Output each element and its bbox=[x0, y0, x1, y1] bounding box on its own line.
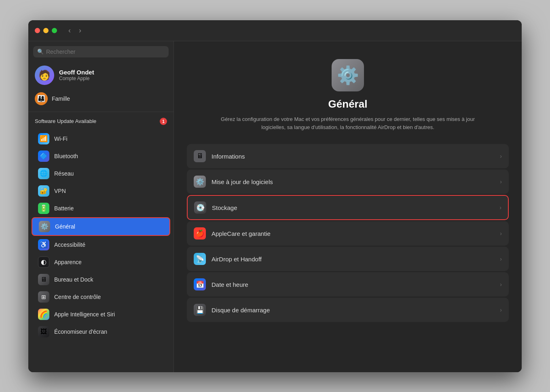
chevron-informations-icon: › bbox=[500, 153, 502, 159]
sidebar-group-network: 📶 Wi-Fi 🔷 Bluetooth 🌐 Réseau 🔐 VPN 🔋 bbox=[28, 130, 173, 341]
settings-item-applecare[interactable]: 🍎 AppleCare et garantie › bbox=[187, 221, 509, 246]
hero-icon-glyph: ⚙️ bbox=[337, 65, 359, 86]
sidebar-item-label-centre: Centre de contrôle bbox=[54, 294, 101, 300]
divider-1 bbox=[28, 112, 173, 112]
hero-section: ⚙️ Général Gérez la configuration de vot… bbox=[187, 51, 509, 144]
bluetooth-icon: 🔷 bbox=[38, 150, 49, 162]
sidebar-item-accessibilite[interactable]: ♿ Accessibilité bbox=[32, 236, 170, 253]
back-button[interactable]: ‹ bbox=[65, 25, 74, 36]
profile-sub: Compte Apple bbox=[59, 76, 94, 81]
settings-item-label-stockage: Stockage bbox=[212, 204, 494, 211]
settings-item-stockage[interactable]: 💽 Stockage › bbox=[187, 195, 509, 220]
centre-icon: ⊞ bbox=[38, 291, 49, 303]
sidebar-item-label-bureau: Bureau et Dock bbox=[54, 276, 93, 283]
search-input[interactable] bbox=[46, 49, 165, 55]
siri-icon: 🌈 bbox=[38, 309, 49, 320]
hero-title: Général bbox=[328, 98, 368, 110]
bureau-icon: 🖥 bbox=[38, 274, 49, 285]
chevron-date-icon: › bbox=[500, 281, 502, 288]
sidebar-item-label-wifi: Wi-Fi bbox=[54, 136, 68, 142]
sidebar: 🔍 🧑 Geoff Ondet Compte Apple 👨‍👩‍👦 Famil bbox=[28, 41, 174, 372]
stockage-icon: 💽 bbox=[194, 201, 206, 214]
search-bar[interactable]: 🔍 bbox=[33, 46, 169, 57]
vpn-icon: 🔐 bbox=[38, 185, 49, 197]
airdrop-icon: 📡 bbox=[194, 253, 206, 265]
sidebar-item-centre[interactable]: ⊞ Centre de contrôle bbox=[32, 288, 170, 305]
apparence-icon: ◐ bbox=[38, 256, 49, 268]
settings-item-disk[interactable]: 💾 Disque de démarrage › bbox=[187, 298, 509, 322]
titlebar: ‹ › bbox=[28, 20, 522, 41]
settings-item-label-applecare: AppleCare et garantie bbox=[212, 230, 494, 237]
date-icon: 📅 bbox=[194, 278, 206, 290]
minimize-button[interactable] bbox=[43, 28, 49, 33]
software-update-label: Software Update Available bbox=[35, 118, 157, 124]
sidebar-item-label-reseau: Réseau bbox=[54, 170, 74, 177]
reseau-icon: 🌐 bbox=[38, 168, 49, 179]
settings-item-update[interactable]: ⚙️ Mise à jour de logiciels › bbox=[187, 170, 509, 194]
settings-item-label-update: Mise à jour de logiciels bbox=[212, 178, 494, 185]
sidebar-item-general[interactable]: ⚙️ Général bbox=[32, 217, 170, 236]
famille-label: Famille bbox=[52, 95, 70, 102]
sidebar-item-label-batterie: Batterie bbox=[54, 205, 74, 212]
sidebar-item-ecran[interactable]: 🖼 Économiseur d'écran bbox=[32, 323, 170, 340]
hero-description: Gérez la configuration de votre Mac et v… bbox=[210, 115, 485, 132]
sidebar-item-label-bluetooth: Bluetooth bbox=[54, 153, 78, 159]
maximize-button[interactable] bbox=[52, 28, 57, 33]
profile-info: Geoff Ondet Compte Apple bbox=[59, 69, 94, 81]
settings-item-label-date: Date et heure bbox=[212, 281, 494, 288]
settings-item-label-disk: Disque de démarrage bbox=[212, 307, 494, 314]
general-icon: ⚙️ bbox=[39, 221, 50, 232]
chevron-update-icon: › bbox=[500, 178, 502, 185]
wifi-icon: 📶 bbox=[38, 133, 49, 144]
update-icon: ⚙️ bbox=[194, 176, 206, 188]
search-icon: 🔍 bbox=[37, 49, 44, 55]
famille-section[interactable]: 👨‍👩‍👦 Famille bbox=[28, 90, 173, 110]
sidebar-item-label-siri: Apple Intelligence et Siri bbox=[54, 311, 115, 318]
avatar: 🧑 bbox=[35, 66, 54, 85]
disk-icon: 💾 bbox=[194, 304, 206, 316]
sidebar-item-label-accessibilite: Accessibilité bbox=[54, 242, 85, 248]
settings-item-label-airdrop: AirDrop et Handoff bbox=[212, 256, 494, 263]
sidebar-item-vpn[interactable]: 🔐 VPN bbox=[32, 182, 170, 199]
close-button[interactable] bbox=[35, 28, 40, 33]
settings-item-label-informations: Informations bbox=[212, 153, 494, 160]
profile-section[interactable]: 🧑 Geoff Ondet Compte Apple bbox=[28, 62, 173, 90]
chevron-applecare-icon: › bbox=[500, 230, 502, 237]
content-area: 🔍 🧑 Geoff Ondet Compte Apple 👨‍👩‍👦 Famil bbox=[28, 41, 522, 372]
nav-buttons: ‹ › bbox=[65, 25, 85, 36]
settings-item-airdrop[interactable]: 📡 AirDrop et Handoff › bbox=[187, 247, 509, 271]
sidebar-item-batterie[interactable]: 🔋 Batterie bbox=[32, 200, 170, 217]
settings-item-date[interactable]: 📅 Date et heure › bbox=[187, 272, 509, 297]
accessibilite-icon: ♿ bbox=[38, 239, 49, 250]
sidebar-item-reseau[interactable]: 🌐 Réseau bbox=[32, 165, 170, 182]
main-content: ⚙️ Général Gérez la configuration de vot… bbox=[174, 41, 522, 372]
sidebar-item-label-vpn: VPN bbox=[54, 188, 66, 194]
applecare-icon: 🍎 bbox=[194, 227, 206, 239]
main-window: ‹ › 🔍 🧑 Geoff Ondet Compte Apple bbox=[28, 20, 522, 372]
sidebar-item-siri[interactable]: 🌈 Apple Intelligence et Siri bbox=[32, 306, 170, 323]
famille-icon: 👨‍👩‍👦 bbox=[35, 92, 48, 105]
traffic-lights bbox=[35, 28, 57, 33]
sidebar-item-label-apparence: Apparence bbox=[54, 259, 82, 265]
chevron-airdrop-icon: › bbox=[500, 256, 502, 262]
batterie-icon: 🔋 bbox=[38, 203, 49, 214]
update-badge: 1 bbox=[160, 118, 167, 125]
profile-name: Geoff Ondet bbox=[59, 69, 94, 76]
chevron-disk-icon: › bbox=[500, 307, 502, 313]
sidebar-item-label-general: Général bbox=[55, 223, 75, 230]
sidebar-item-bluetooth[interactable]: 🔷 Bluetooth bbox=[32, 148, 170, 165]
ecran-icon: 🖼 bbox=[38, 326, 49, 337]
avatar-emoji: 🧑 bbox=[38, 70, 51, 81]
informations-icon: 🖥 bbox=[194, 150, 206, 162]
chevron-stockage-icon: › bbox=[499, 204, 501, 211]
sidebar-item-wifi[interactable]: 📶 Wi-Fi bbox=[32, 130, 170, 147]
hero-icon: ⚙️ bbox=[332, 59, 364, 91]
sidebar-item-apparence[interactable]: ◐ Apparence bbox=[32, 254, 170, 271]
forward-button[interactable]: › bbox=[76, 25, 85, 36]
software-update-row[interactable]: Software Update Available 1 bbox=[28, 115, 173, 130]
settings-list: 🖥 Informations › ⚙️ Mise à jour de logic… bbox=[187, 144, 509, 322]
settings-item-informations[interactable]: 🖥 Informations › bbox=[187, 144, 509, 168]
sidebar-item-label-ecran: Économiseur d'écran bbox=[54, 328, 107, 335]
sidebar-item-bureau[interactable]: 🖥 Bureau et Dock bbox=[32, 271, 170, 288]
